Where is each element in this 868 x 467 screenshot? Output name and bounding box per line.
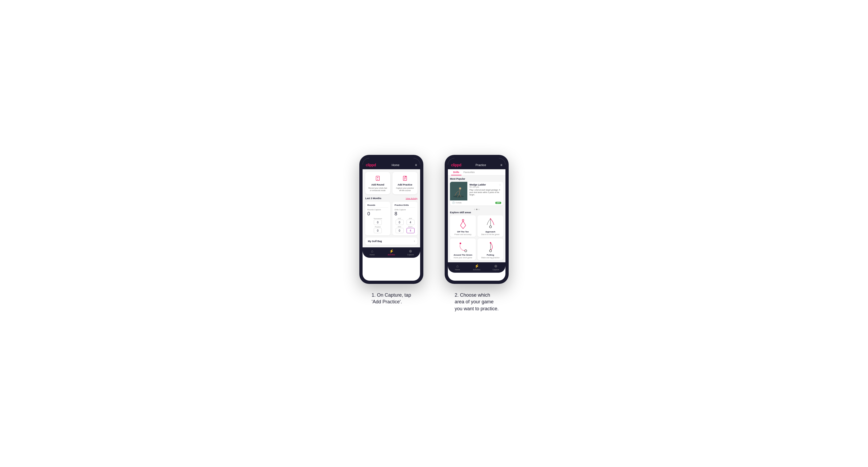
activities-nav-icon-2: ⚡ [474,264,479,268]
home-nav-label-1: Home [370,254,375,256]
practice-label: Practice [375,226,381,228]
status-bar-1 [363,158,420,161]
activities-nav-label-2: Activities [473,269,480,271]
home-nav-icon-1: ⌂ [371,249,373,253]
ott-item: OTT 0 [395,218,404,225]
arg-label: ARG [398,226,401,228]
putt-item: PUTT 4 [405,226,415,233]
caption-1: 1. On Capture, tap'Add Practice'. [372,292,411,305]
off-tee-title: Off The Tee [457,230,469,233]
hamburger-icon-2[interactable]: ≡ [500,163,502,167]
skill-off-tee[interactable]: Off The Tee Power and accuracy [450,215,476,237]
dot-3 [478,209,479,210]
clippd-logo-1: clippd [366,163,376,167]
drills-sub-grid: OTT 0 APP 4 ARG 0 [395,218,415,233]
rounds-title: Rounds [367,204,388,208]
svg-line-14 [460,225,463,229]
nav-home-1[interactable]: ⌂ Home [363,247,382,258]
page-container: clippd Home ≡ [359,155,509,312]
golf-bag-row[interactable]: My Golf Bag › [365,238,417,245]
off-tee-icon [456,218,470,229]
add-round-title: Add Round [371,183,384,186]
rounds-capture-value: 0 [367,211,388,217]
drill-description: Play 1 shot at each target yardage. If y… [469,189,501,196]
dot-2 [476,209,477,210]
svg-point-11 [462,219,464,221]
drill-card-content: Wedge Ladder 50–100 yds Play 1 shot at e… [450,182,503,200]
tournament-label: Tournament [373,218,382,219]
putting-title: Putting [487,254,494,256]
practice-drills-stats-box: Practice Drills Drills Capture 8 OTT 0 A… [393,202,417,236]
add-round-card[interactable]: Add Round Record your shots fast or enha… [365,172,390,194]
rounds-capture-label: Rounds Capture [367,209,388,211]
activities-nav-label-1: Activities [388,254,395,256]
putting-icon [484,241,497,253]
add-round-desc: Record your shots fast or enhanced mode [367,187,388,192]
putting-desc: Make and lag practice [481,257,499,258]
rounds-stats-box: Rounds Rounds Capture 0 Tournament 0 Pra… [365,202,390,236]
phone1-screen: clippd Home ≡ [363,158,420,281]
svg-point-21 [490,250,492,252]
add-practice-title: Add Practice [398,183,412,186]
phone2-section: clippd Practice ≡ Drills Favourites Most… [445,155,509,312]
capture-nav-label-2: Capture [493,269,499,271]
arg-value: 0 [396,228,404,233]
app-item: APP 4 [405,218,415,225]
drill-yardage: 50–100 yds [469,186,501,188]
svg-point-5 [459,187,461,189]
practice-drills-title: Practice Drills [395,204,415,208]
nav-capture-2[interactable]: ⊕ Capture [486,262,505,273]
svg-point-23 [490,242,491,244]
practice-content: Most Popular ☆ [448,176,505,262]
around-green-desc: Hone your short game [454,257,472,258]
stats-container: Rounds Rounds Capture 0 Tournament 0 Pra… [365,202,417,236]
tab-favourites[interactable]: Favourites [461,169,477,175]
add-practice-card[interactable]: Add Practice Capture your practice off-t… [393,172,417,194]
dot-1 [474,209,475,210]
svg-line-12 [460,221,463,225]
tab-drills[interactable]: Drills [451,169,461,175]
capture-nav-icon-1: ⊕ [409,249,412,253]
capture-nav-icon-2: ⊕ [494,264,497,268]
around-green-icon [456,241,470,253]
putt-value: 4 [407,228,414,233]
drill-badge: APP [495,202,501,204]
svg-line-15 [463,225,466,229]
bottom-nav-2: ⌂ Home ⚡ Activities ⊕ Capture [448,262,505,273]
skill-putting[interactable]: Putting Make and lag practice [477,239,503,260]
home-nav-icon-2: ⌂ [456,264,459,268]
phone2-frame: clippd Practice ≡ Drills Favourites Most… [445,155,509,284]
nav-activities-1[interactable]: ⚡ Activities [382,247,401,258]
skill-around-green[interactable]: Around The Green Hone your short game [450,239,476,260]
most-popular-title: Most Popular [450,178,503,180]
drills-capture-value: 8 [395,211,415,217]
practice-tabs: Drills Favourites [448,169,505,176]
app-header-1: clippd Home ≡ [363,161,420,169]
skill-approach[interactable]: Approach Dial-in to hit the green [477,215,503,237]
capture-cards: Add Round Record your shots fast or enha… [365,172,417,194]
putt-label: PUTT [408,226,413,228]
svg-point-19 [465,250,467,252]
app-value: 4 [407,220,414,225]
phone1-section: clippd Home ≡ [359,155,423,305]
arg-item: ARG 0 [395,226,404,233]
svg-point-18 [490,218,491,219]
drill-info: Wedge Ladder 50–100 yds Play 1 shot at e… [467,182,503,200]
ott-label: OTT [398,218,401,219]
wedge-ladder-card[interactable]: ☆ [450,182,503,206]
svg-line-13 [463,221,466,225]
nav-home-2[interactable]: ⌂ Home [448,262,467,273]
add-practice-desc: Capture your practice off-the-course [395,187,415,192]
svg-point-0 [377,179,378,180]
approach-title: Approach [486,230,495,233]
golf-bag-chevron-icon: › [414,240,415,243]
drill-shots: 9 shots [456,202,462,204]
explore-title: Explore skill areas [450,211,503,214]
star-icon[interactable]: ☆ [499,183,501,186]
hamburger-icon-1[interactable]: ≡ [415,163,417,167]
view-activity-link[interactable]: View Activity [406,197,417,200]
activities-nav-icon-1: ⚡ [389,249,394,253]
nav-activities-2[interactable]: ⚡ Activities [467,262,486,273]
nav-capture-1[interactable]: ⊕ Capture [401,247,420,258]
golf-bag-title: My Golf Bag [368,240,382,243]
